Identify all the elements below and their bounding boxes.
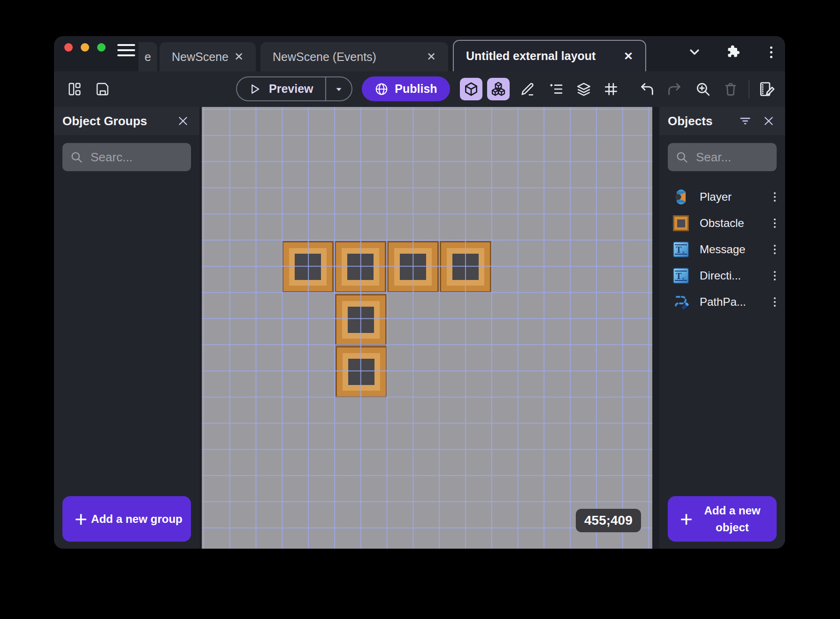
add-object-button[interactable]: + Add a new object (668, 496, 777, 542)
object-groups-search-input[interactable] (91, 150, 183, 165)
close-tab-icon[interactable]: ✕ (427, 51, 436, 62)
toolbar: Preview Publish (54, 71, 785, 107)
play-icon (248, 83, 261, 96)
tab-newscene-events[interactable]: NewScene (Events) ✕ (260, 42, 448, 71)
objects-list: Player Obstacle Tx Message Tx Directi... (659, 184, 785, 315)
objects-header: Objects (659, 107, 785, 135)
objects-search[interactable] (668, 143, 777, 171)
object-menu-icon[interactable] (772, 295, 778, 309)
close-panel-icon[interactable] (175, 113, 191, 129)
project-manager-icon[interactable] (64, 79, 85, 99)
kebab-menu-icon[interactable] (762, 43, 780, 61)
close-tab-icon[interactable]: ✕ (624, 51, 633, 62)
object-groups-search[interactable] (62, 143, 191, 171)
puzzle-extension-icon[interactable] (724, 43, 743, 61)
tab-untitled-external-layout[interactable]: Untitled external layout ✕ (453, 40, 646, 71)
tab-label: NewScene (172, 50, 229, 64)
publish-label: Publish (395, 82, 437, 96)
obstacle-instance[interactable] (336, 346, 387, 398)
search-icon (675, 151, 688, 164)
cursor-coordinates-badge: 455;409 (576, 509, 641, 532)
object-row-message[interactable]: Tx Message (659, 236, 785, 263)
add-group-label: Add a new group (87, 511, 186, 528)
object-row-direction[interactable]: Tx Directi... (659, 263, 785, 289)
cube-3d-icon[interactable] (460, 78, 482, 100)
text-object-icon: Tx (672, 267, 689, 284)
object-row-player[interactable]: Player (659, 184, 785, 210)
objects-title: Objects (668, 114, 730, 128)
redo-icon[interactable] (664, 79, 685, 99)
object-groups-title: Object Groups (62, 114, 168, 128)
edit-properties-icon[interactable] (756, 79, 777, 99)
grid-icon[interactable] (601, 79, 621, 99)
toolbar-divider (748, 80, 749, 98)
text-object-icon: Tx (672, 241, 689, 258)
tab-label: Untitled external layout (466, 49, 596, 63)
path-paint-icon (672, 294, 689, 310)
svg-text:T: T (676, 271, 682, 281)
publish-button[interactable]: Publish (362, 76, 450, 101)
obstacle-instance[interactable] (282, 241, 334, 293)
dropdown-caret-icon (334, 84, 344, 94)
obstacle-instance[interactable] (387, 241, 439, 293)
preview-dropdown-button[interactable] (325, 77, 351, 100)
tab-partial-label: e (145, 50, 151, 64)
objects-panel: Objects Player Obstacle (659, 107, 785, 549)
chevron-down-icon[interactable] (685, 43, 704, 61)
plus-icon: + (75, 508, 87, 530)
add-object-label: Add a new object (693, 502, 772, 536)
app-window: e NewScene ✕ NewScene (Events) ✕ Untitle… (54, 36, 785, 549)
hamburger-menu-icon[interactable] (117, 43, 135, 57)
svg-text:x: x (682, 275, 685, 282)
object-groups-header: Object Groups (54, 107, 199, 135)
scene-canvas[interactable]: 455;409 (202, 107, 652, 549)
minimize-window-button[interactable] (81, 43, 89, 52)
filter-icon[interactable] (737, 113, 753, 129)
object-menu-icon[interactable] (772, 190, 778, 204)
tab-bar: e NewScene ✕ NewScene (Events) ✕ Untitle… (54, 36, 785, 71)
objects-search-input[interactable] (696, 150, 769, 165)
cubes-instances-icon[interactable] (487, 78, 510, 100)
zoom-window-button[interactable] (97, 43, 106, 52)
obstacle-instance[interactable] (335, 241, 386, 293)
tab-partial[interactable]: e (138, 42, 157, 71)
instances-list-icon[interactable] (546, 79, 566, 99)
obstacle-instance[interactable] (440, 241, 491, 293)
close-panel-icon[interactable] (761, 113, 777, 129)
object-menu-icon[interactable] (772, 217, 778, 230)
layers-icon[interactable] (573, 79, 594, 99)
tab-newscene[interactable]: NewScene ✕ (160, 42, 256, 71)
add-group-button[interactable]: + Add a new group (62, 496, 191, 542)
close-tab-icon[interactable]: ✕ (234, 51, 244, 62)
player-icon (672, 189, 689, 205)
grid-overlay (202, 107, 652, 549)
save-icon[interactable] (92, 79, 113, 99)
object-groups-panel: Object Groups + Add a new group (54, 107, 199, 549)
trash-icon[interactable] (720, 79, 741, 99)
plus-icon: + (680, 508, 693, 530)
object-menu-icon[interactable] (772, 269, 778, 282)
tab-label: NewScene (Events) (273, 50, 376, 64)
globe-icon (374, 82, 389, 96)
preview-button-main[interactable]: Preview (237, 82, 325, 96)
svg-text:x: x (682, 249, 685, 256)
obstacle-instance[interactable] (335, 294, 387, 346)
pencil-icon[interactable] (517, 79, 538, 99)
zoom-in-icon[interactable] (693, 79, 713, 99)
object-row-obstacle[interactable]: Obstacle (659, 210, 785, 236)
preview-button[interactable]: Preview (236, 76, 352, 101)
svg-text:T: T (676, 245, 682, 255)
obstacle-icon (672, 215, 689, 232)
close-window-button[interactable] (64, 43, 73, 52)
search-icon (70, 151, 83, 164)
undo-icon[interactable] (637, 79, 657, 99)
object-row-pathpaint[interactable]: PathPa... (659, 289, 785, 315)
preview-label: Preview (269, 82, 313, 96)
object-menu-icon[interactable] (772, 243, 778, 256)
